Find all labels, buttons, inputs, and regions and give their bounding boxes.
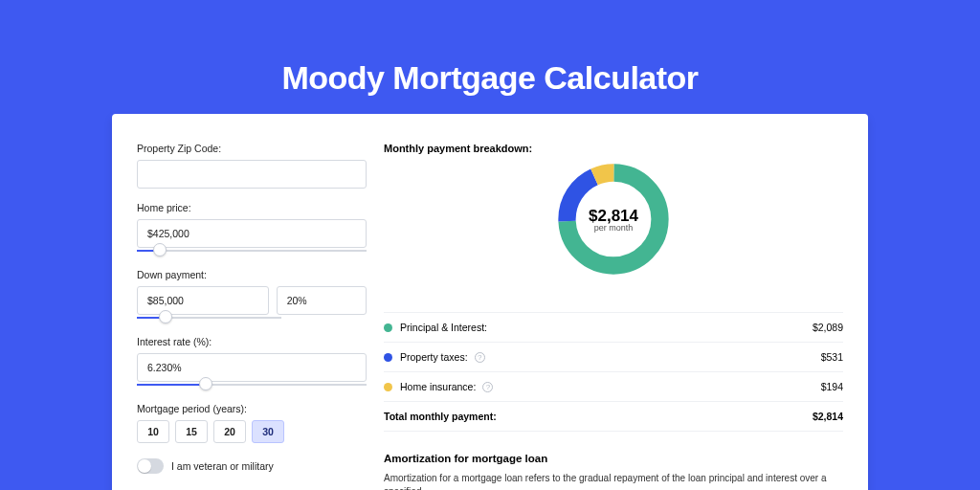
veteran-row: I am veteran or military [137, 458, 367, 474]
home-price-input[interactable] [137, 219, 367, 248]
breakdown-total-amount: $2,814 [813, 411, 843, 422]
breakdown-row: Property taxes:?$531 [384, 343, 843, 372]
amortization-section: Amortization for mortgage loan Amortizat… [384, 453, 843, 490]
info-icon[interactable]: ? [482, 382, 493, 392]
amortization-body: Amortization for a mortgage loan refers … [384, 472, 843, 490]
interest-label: Interest rate (%): [137, 336, 367, 347]
legend-dot [384, 353, 392, 362]
calculator-card: Property Zip Code: Home price: Down paym… [112, 114, 868, 490]
down-payment-input[interactable] [137, 286, 269, 315]
period-section: Mortgage period (years): 10152030 [137, 403, 367, 443]
zip-input[interactable] [137, 160, 367, 189]
breakdown-total-label: Total monthly payment: [384, 411, 813, 422]
period-option-30[interactable]: 30 [252, 420, 284, 443]
amortization-title: Amortization for mortgage loan [384, 453, 843, 464]
interest-input[interactable] [137, 353, 367, 382]
breakdown-total-row: Total monthly payment:$2,814 [384, 402, 843, 432]
down-payment-label: Down payment: [137, 269, 367, 280]
breakdown-column: Monthly payment breakdown: $2,814 per mo… [384, 143, 843, 490]
period-option-20[interactable]: 20 [213, 420, 246, 443]
breakdown-table: Principal & Interest:$2,089Property taxe… [384, 312, 843, 432]
home-price-section: Home price: [137, 202, 367, 256]
page-title: Moody Mortgage Calculator [281, 59, 698, 97]
breakdown-row-label: Principal & Interest: [400, 322, 813, 333]
veteran-toggle[interactable] [137, 458, 164, 474]
zip-label: Property Zip Code: [137, 143, 367, 154]
breakdown-row-amount: $2,089 [813, 322, 843, 333]
veteran-label: I am veteran or military [171, 460, 274, 472]
interest-section: Interest rate (%): [137, 336, 367, 390]
home-price-label: Home price: [137, 202, 367, 213]
down-payment-section: Down payment: [137, 269, 367, 323]
legend-dot [384, 383, 392, 391]
period-label: Mortgage period (years): [137, 403, 367, 414]
breakdown-row-label: Property taxes:? [400, 351, 821, 363]
breakdown-row: Principal & Interest:$2,089 [384, 313, 843, 343]
zip-section: Property Zip Code: [137, 143, 367, 189]
down-payment-slider[interactable] [137, 313, 281, 323]
breakdown-row-amount: $531 [821, 351, 843, 363]
interest-slider[interactable] [137, 380, 367, 390]
breakdown-row-label: Home insurance:? [400, 381, 821, 392]
period-option-10[interactable]: 10 [137, 420, 169, 443]
form-column: Property Zip Code: Home price: Down paym… [137, 143, 367, 490]
info-icon[interactable]: ? [475, 352, 485, 363]
legend-dot [384, 323, 392, 332]
period-option-15[interactable]: 15 [175, 420, 208, 443]
breakdown-row: Home insurance:?$194 [384, 372, 843, 402]
period-buttons: 10152030 [137, 420, 367, 443]
breakdown-row-amount: $194 [821, 381, 843, 392]
breakdown-title: Monthly payment breakdown: [384, 143, 843, 154]
home-price-slider[interactable] [137, 246, 367, 256]
down-payment-pct-input[interactable] [277, 286, 367, 315]
